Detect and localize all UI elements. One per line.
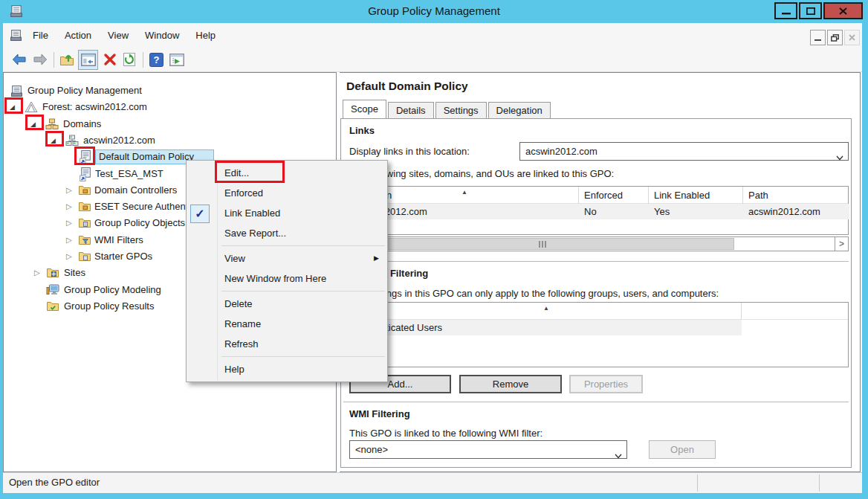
menu-item-help[interactable]: Help [187, 359, 386, 379]
collapsed-arrow-icon[interactable]: ▷ [66, 199, 72, 214]
menu-item-view[interactable]: View▶ [187, 248, 386, 268]
help-icon: ? [149, 53, 163, 67]
window-border-right [862, 23, 868, 499]
wmi-intro-label: This GPO is linked to the following WMI … [349, 428, 542, 439]
security-list-row[interactable]: Authenticated Users [350, 320, 742, 335]
submenu-arrow-icon: ▶ [374, 248, 379, 268]
status-separator [697, 474, 698, 492]
menu-window[interactable]: Window [137, 23, 187, 48]
menu-item-save-report[interactable]: Save Report... [187, 223, 386, 243]
delete-button[interactable] [103, 52, 117, 67]
tree-item-label[interactable]: Forest: acswin2012.com [42, 100, 147, 115]
tree-item-label[interactable]: Group Policy Management [27, 83, 142, 98]
mdi-restore-button[interactable] [827, 30, 843, 45]
link-enabled-checkmark-icon: ✓ [190, 205, 210, 223]
menu-action[interactable]: Action [56, 23, 100, 48]
close-button[interactable] [823, 2, 863, 19]
cell-group-name: Authenticated Users [350, 320, 742, 335]
mdi-close-button[interactable] [844, 30, 860, 45]
console-tree-toggle-button[interactable] [78, 50, 98, 70]
gpo-folder-icon [78, 216, 91, 231]
title-bar: Group Policy Management [0, 0, 868, 23]
gpmc-window: Group Policy Management File Action View… [0, 0, 868, 499]
location-combobox[interactable]: acswin2012.com [519, 142, 849, 161]
properties-button[interactable]: Properties [569, 375, 643, 393]
minimize-button[interactable] [774, 2, 797, 19]
collapsed-arrow-icon[interactable]: ▷ [66, 249, 72, 264]
annotation-box-edit [215, 161, 285, 183]
mdi-minimize-button[interactable] [810, 30, 826, 45]
collapsed-arrow-icon[interactable]: ▷ [66, 233, 72, 248]
modeling-icon [46, 283, 59, 297]
tab-details[interactable]: Details [388, 102, 434, 118]
collapsed-arrow-icon[interactable]: ▷ [34, 265, 40, 280]
tree-item-forest[interactable]: ◢ Forest: acswin2012.com [4, 100, 331, 115]
up-one-level-button[interactable] [59, 52, 74, 67]
remove-button[interactable]: Remove [459, 375, 562, 393]
menu-item-link-enabled[interactable]: Link Enabled [187, 203, 386, 223]
sort-ascending-icon: ▲ [543, 305, 549, 312]
new-window-icon [169, 54, 184, 66]
toolbar-separator [143, 52, 143, 68]
tree-item-label[interactable]: Group Policy Results [64, 299, 154, 314]
menu-item-refresh[interactable]: Refresh [187, 334, 386, 354]
wmi-filter-combobox[interactable]: <none> [349, 440, 627, 459]
collapsed-arrow-icon[interactable]: ▷ [66, 216, 72, 231]
maximize-icon [806, 7, 815, 15]
console-icon [10, 29, 22, 42]
help-button[interactable]: ? [149, 52, 163, 67]
status-bar: Open the GPO editor [3, 472, 862, 493]
back-icon [12, 54, 27, 65]
forward-button[interactable] [33, 52, 48, 67]
gpm-scroll-icon [10, 83, 23, 98]
collapsed-arrow-icon[interactable]: ▷ [66, 183, 72, 198]
menu-view[interactable]: View [100, 23, 137, 48]
new-window-button[interactable] [169, 52, 184, 67]
chevron-down-icon[interactable] [615, 447, 622, 464]
refresh-button[interactable] [122, 52, 137, 67]
menu-bar: File Action View Window Help [3, 23, 862, 48]
console-tree-icon [81, 54, 96, 66]
maximize-button[interactable] [799, 2, 822, 19]
forward-icon [33, 54, 48, 65]
links-intro-label: The following sites, domains, and OUs ar… [349, 168, 614, 179]
status-text: Open the GPO editor [9, 477, 100, 488]
tree-item-label[interactable]: Starter GPOs [94, 249, 152, 264]
scroll-right-button[interactable]: > [835, 237, 848, 251]
menu-item-rename[interactable]: Rename [187, 314, 386, 334]
tree-item-label[interactable]: Domains [63, 117, 101, 132]
tree-item-domains[interactable]: ◢ Domains [4, 117, 331, 132]
column-header-link-enabled[interactable]: Link Enabled [649, 187, 743, 204]
tab-delegation[interactable]: Delegation [488, 102, 551, 118]
tree-item-gpm-root[interactable]: Group Policy Management [4, 83, 331, 98]
tree-item-label[interactable]: Group Policy Objects [94, 216, 185, 231]
menu-item-enforced[interactable]: Enforced [187, 183, 386, 203]
up-one-level-icon [59, 53, 74, 66]
scrollbar-thumb[interactable] [351, 238, 734, 250]
delete-icon [103, 53, 117, 66]
toolbar: ? [3, 48, 862, 72]
tree-item-label[interactable]: WMI Filters [94, 233, 143, 248]
tree-item-label[interactable]: Domain Controllers [94, 183, 177, 198]
column-header-path[interactable]: Path [743, 187, 849, 204]
tree-item-label[interactable]: acswin2012.com [83, 133, 155, 148]
open-button[interactable]: Open [649, 440, 716, 459]
menu-file[interactable]: File [25, 23, 56, 48]
tab-settings[interactable]: Settings [435, 102, 487, 118]
column-header-blank[interactable] [742, 303, 849, 320]
chevron-down-icon[interactable] [836, 149, 843, 166]
back-button[interactable] [12, 52, 27, 67]
sites-folder-icon [46, 265, 59, 280]
column-header-enforced[interactable]: Enforced [579, 187, 649, 204]
tree-item-label[interactable]: Test_ESA_MST [95, 167, 163, 181]
menu-separator [221, 356, 385, 357]
tree-item-label[interactable]: Sites [64, 265, 85, 280]
menu-item-delete[interactable]: Delete [187, 294, 386, 314]
menu-help[interactable]: Help [187, 23, 224, 48]
tab-scope[interactable]: Scope [343, 100, 386, 118]
toolbar-separator [54, 52, 54, 68]
horizontal-scrollbar[interactable]: > [349, 236, 849, 251]
tree-item-label[interactable]: Group Policy Modeling [64, 283, 161, 297]
links-table-row[interactable]: acswin2012.com No Yes acswin2012.com [350, 204, 849, 219]
menu-item-new-window-from-here[interactable]: New Window from Here [187, 268, 386, 289]
